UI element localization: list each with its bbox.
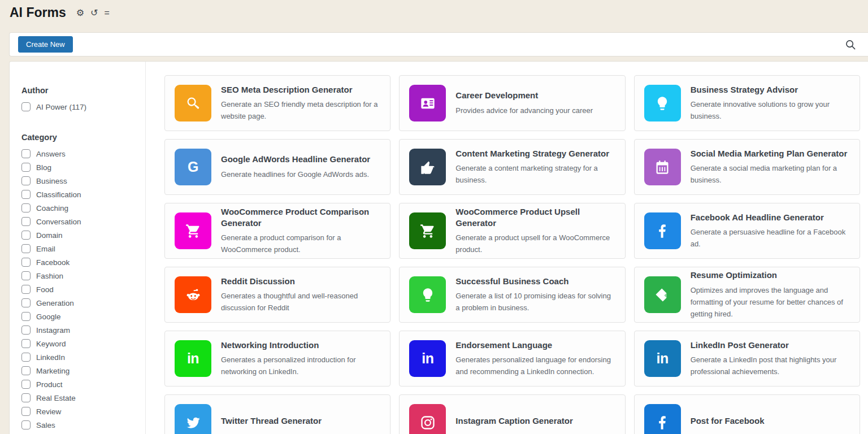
menu-icon[interactable]: =	[103, 8, 110, 18]
category-checkbox[interactable]	[21, 163, 31, 172]
form-card[interactable]: G Google AdWords Headline Generator Gene…	[164, 139, 390, 195]
category-label: Product	[36, 380, 63, 389]
category-checkbox[interactable]	[21, 312, 31, 321]
form-card[interactable]: Reddit Discussion Generates a thoughtful…	[164, 267, 390, 323]
card-description: Generate a persuasive headline for a Fac…	[691, 226, 850, 250]
category-filter-item[interactable]: Product	[21, 380, 140, 389]
category-label: Keyword	[36, 340, 66, 348]
form-card[interactable]: in Networking Introduction Generates a p…	[164, 331, 390, 387]
form-card[interactable]: Post for Facebook	[634, 394, 860, 434]
form-card[interactable]: in LinkedIn Post Generator Generate a Li…	[634, 331, 860, 387]
category-filter-item[interactable]: Generation	[21, 298, 140, 307]
author-filter-item[interactable]: AI Power (117)	[21, 102, 140, 111]
category-checkbox[interactable]	[21, 393, 31, 402]
card-title: Resume Optimization	[691, 270, 850, 281]
form-card[interactable]: SEO Meta Description Generator Generate …	[164, 75, 390, 131]
category-checkbox[interactable]	[21, 366, 31, 375]
category-checkbox[interactable]	[21, 353, 31, 362]
card-body: Instagram Caption Generator	[455, 415, 573, 429]
form-card[interactable]: Social Media Marketing Plan Generator Ge…	[634, 139, 860, 195]
category-checkbox[interactable]	[21, 190, 31, 199]
category-filter-item[interactable]: Answers	[21, 149, 140, 158]
author-checkbox[interactable]	[21, 102, 31, 111]
category-checkbox[interactable]	[21, 298, 31, 307]
category-filter-item[interactable]: Keyword	[21, 339, 140, 348]
thumbs-up-icon	[409, 149, 446, 185]
category-label: Business	[36, 177, 67, 185]
card-body: WooCommerce Product Upsell Generator Gen…	[455, 206, 615, 256]
category-filter-item[interactable]: Real Estate	[21, 393, 140, 402]
category-checkbox[interactable]	[21, 217, 31, 226]
form-card[interactable]: Business Strategy Advisor Generate innov…	[634, 75, 860, 131]
category-filter-item[interactable]: Fashion	[21, 271, 140, 280]
card-description: Generate a product comparison for a WooC…	[221, 232, 380, 255]
linkedin-icon: in	[175, 340, 211, 377]
create-new-button[interactable]: Create New	[18, 36, 73, 53]
category-checkbox[interactable]	[21, 149, 31, 158]
form-card[interactable]: Twitter Thread Generator	[164, 394, 390, 434]
category-filter-item[interactable]: Marketing	[21, 366, 140, 375]
form-card[interactable]: WooCommerce Product Comparison Generator…	[164, 203, 390, 259]
category-checkbox[interactable]	[21, 203, 31, 212]
category-checkbox[interactable]	[21, 407, 31, 416]
card-title: Career Development	[455, 90, 593, 101]
category-filter-item[interactable]: Business	[21, 176, 140, 185]
main-panel: Author AI Power (117) Category Answers B…	[9, 61, 868, 434]
category-filter-item[interactable]: Review	[21, 407, 140, 416]
instagram-icon	[409, 404, 446, 434]
card-description: Generate a LinkedIn post that highlights…	[691, 354, 850, 377]
card-body: Google AdWords Headline Generator Genera…	[221, 154, 370, 180]
category-checkbox[interactable]	[21, 176, 31, 185]
form-card[interactable]: Facebook Ad Headline Generator Generate …	[634, 203, 860, 259]
category-label: Classification	[36, 190, 81, 199]
form-card[interactable]: WooCommerce Product Upsell Generator Gen…	[399, 203, 625, 259]
category-filter-item[interactable]: Coaching	[21, 203, 140, 212]
search-icon[interactable]	[844, 38, 857, 51]
category-filter-item[interactable]: Email	[21, 244, 140, 253]
category-checkbox[interactable]	[21, 244, 31, 253]
card-body: Content Marketing Strategy Generator Gen…	[455, 148, 615, 186]
category-filter-item[interactable]: Food	[21, 285, 140, 294]
category-filter-item[interactable]: Instagram	[21, 326, 140, 335]
category-checkbox[interactable]	[21, 380, 31, 389]
card-body: Post for Facebook	[691, 415, 765, 429]
category-checkbox[interactable]	[21, 258, 31, 267]
category-checkbox[interactable]	[21, 326, 31, 335]
category-checkbox[interactable]	[21, 339, 31, 348]
gear-icon[interactable]: ⚙	[76, 8, 85, 18]
card-body: Career Development Provides advice for a…	[455, 90, 593, 116]
category-filter-item[interactable]: Classification	[21, 190, 140, 199]
category-filter-item[interactable]: Blog	[21, 163, 140, 172]
card-body: Networking Introduction Generates a pers…	[221, 340, 380, 377]
category-checkbox[interactable]	[21, 420, 31, 429]
category-label: Sales	[36, 421, 55, 429]
card-description: Generates personalized language for endo…	[455, 354, 615, 377]
category-checkbox[interactable]	[21, 285, 31, 294]
category-checkbox[interactable]	[21, 271, 31, 280]
category-filter-item[interactable]: Facebook	[21, 258, 140, 267]
form-card[interactable]: Resume Optimization Optimizes and improv…	[634, 267, 860, 323]
form-card[interactable]: Successful Business Coach Generate a lis…	[399, 267, 625, 323]
form-card[interactable]: in Endorsement Language Generates person…	[399, 331, 625, 387]
category-filter-item[interactable]: Conversation	[21, 217, 140, 226]
category-filter-item[interactable]: Google	[21, 312, 140, 321]
card-title: LinkedIn Post Generator	[691, 340, 850, 351]
lightbulb-icon	[644, 85, 681, 121]
card-title: WooCommerce Product Upsell Generator	[455, 206, 615, 229]
category-filter-item[interactable]: Sales	[21, 420, 140, 429]
category-label: Generation	[36, 299, 74, 307]
forms-card-grid: SEO Meta Description Generator Generate …	[146, 62, 868, 434]
category-label: Domain	[36, 231, 63, 240]
category-filter-item[interactable]: LinkedIn	[21, 353, 140, 362]
history-icon[interactable]: ↺	[90, 8, 98, 18]
card-description: Generate a social media marketing plan f…	[691, 162, 850, 186]
category-checkbox[interactable]	[21, 231, 31, 240]
author-heading: Author	[21, 86, 140, 95]
card-body: Successful Business Coach Generate a lis…	[455, 276, 615, 314]
form-card[interactable]: Instagram Caption Generator	[399, 394, 625, 434]
form-card[interactable]: Career Development Provides advice for a…	[399, 75, 625, 131]
category-filter-item[interactable]: Domain	[21, 231, 140, 240]
category-label: Coaching	[36, 204, 68, 212]
sticky-note-icon	[644, 276, 681, 313]
form-card[interactable]: Content Marketing Strategy Generator Gen…	[399, 139, 625, 195]
